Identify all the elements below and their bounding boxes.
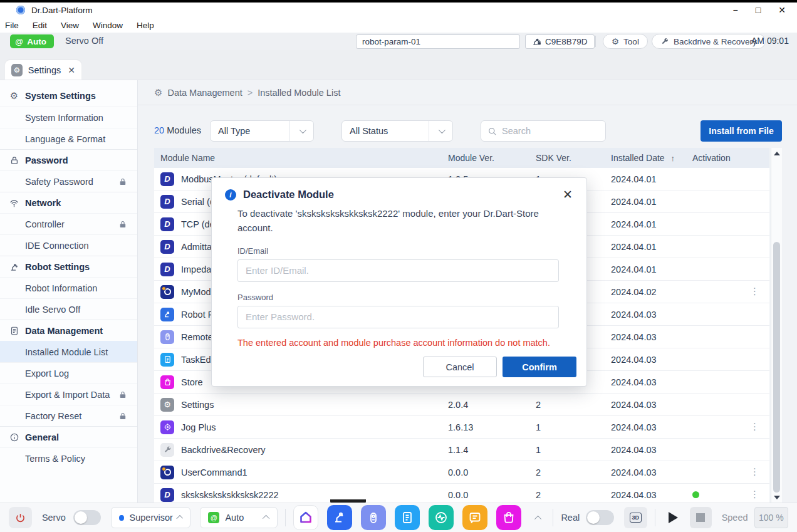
dock-divider — [553, 509, 553, 526]
servo-toggle[interactable] — [73, 510, 102, 525]
remote-app-icon[interactable] — [361, 505, 386, 530]
menubar-item-file[interactable]: File — [5, 21, 19, 30]
tab-strip: ⚙ Settings ✕ — [0, 50, 797, 80]
jog-app-icon[interactable] — [327, 505, 352, 530]
play-button[interactable] — [663, 507, 684, 528]
lock-icon — [118, 220, 127, 229]
module-row-jog-plus[interactable]: Jog Plus1.6.1312024.04.03⋮ — [154, 416, 769, 439]
installed-date-sort[interactable]: Installed Date↑ — [605, 153, 684, 163]
tool-button[interactable]: ⚙ Tool — [603, 34, 648, 49]
info-icon — [9, 432, 19, 442]
sidebar-item-export-log[interactable]: Export Log — [0, 362, 137, 383]
lock-icon — [118, 177, 127, 186]
sidebar-section-data-management[interactable]: Data Management — [0, 320, 137, 341]
module-row-usercommand1[interactable]: UserCommand10.0.022024.04.03⋮ — [154, 461, 769, 484]
sidebar-section-password[interactable]: Password — [0, 149, 137, 170]
cancel-button[interactable]: Cancel — [423, 357, 497, 377]
sidebar-item-controller[interactable]: Controller — [0, 213, 137, 234]
task-editor-app-icon[interactable] — [395, 505, 420, 530]
close-button[interactable]: ✕ — [778, 6, 786, 14]
dock-collapse-button[interactable] — [533, 512, 545, 523]
confirm-button[interactable]: Confirm — [503, 357, 576, 377]
power-button[interactable] — [9, 507, 32, 528]
sidebar-item-ide-connection[interactable]: IDE Connection — [0, 234, 137, 256]
module-row-backdrive-recovery[interactable]: Backdrive&Recovery1.1.412024.04.03 — [154, 439, 769, 461]
sidebar-section-robot-settings[interactable]: Robot Settings — [0, 256, 137, 277]
menubar-item-window[interactable]: Window — [93, 21, 123, 30]
id-email-input[interactable] — [237, 259, 559, 282]
scroll-down-arrow[interactable] — [774, 496, 780, 499]
speed-label: Speed — [722, 513, 748, 523]
log-app-icon[interactable] — [462, 505, 487, 530]
sidebar-item-system-information[interactable]: System Information — [0, 107, 137, 128]
real-toggle[interactable] — [586, 510, 614, 525]
sidebar-section-general[interactable]: General — [0, 426, 137, 447]
sidebar-item-robot-information[interactable]: Robot Information — [0, 277, 137, 298]
menubar-item-edit[interactable]: Edit — [33, 21, 47, 30]
settings-module-icon: ⚙ — [160, 398, 174, 412]
monitoring-app-icon[interactable] — [429, 505, 454, 530]
chevron-down-icon — [289, 121, 313, 141]
chevron-up-icon — [263, 515, 269, 522]
sidebar-item-export-import-data[interactable]: Export & Import Data — [0, 383, 137, 405]
device-id-button[interactable]: C9E8B79D — [525, 34, 595, 49]
maximize-button[interactable]: □ — [756, 6, 761, 14]
tab-close-icon[interactable]: ✕ — [68, 65, 75, 75]
auto-mode-badge[interactable]: @ Auto — [10, 34, 54, 48]
row-menu-button[interactable]: ⋮ — [750, 489, 759, 500]
search-box — [481, 120, 606, 142]
settings-sidebar: ⚙System SettingsSystem InformationLangua… — [0, 80, 138, 503]
jog-module-icon — [160, 420, 174, 434]
tab-settings[interactable]: ⚙ Settings ✕ — [5, 60, 81, 80]
sidebar-item-factory-reset[interactable]: Factory Reset — [0, 405, 137, 426]
user-module-icon — [160, 466, 174, 479]
sidebar-section-system-settings[interactable]: ⚙System Settings — [0, 85, 137, 107]
3d-view-button[interactable]: 3D — [624, 507, 647, 528]
backdrive-module-icon — [160, 443, 174, 457]
robot-param-input[interactable] — [356, 34, 520, 49]
row-menu-button[interactable]: ⋮ — [750, 466, 759, 477]
dialog-close-icon[interactable]: ✕ — [563, 189, 573, 201]
network-icon — [9, 197, 19, 208]
robot-module-icon — [160, 308, 174, 321]
document-icon — [9, 325, 19, 336]
minimize-button[interactable]: − — [733, 6, 738, 14]
app-window: Dr.Dart-Platform − □ ✕ FileEditViewWindo… — [0, 0, 797, 532]
sidebar-item-safety-password[interactable]: Safety Password — [0, 170, 137, 192]
dart-module-icon: D — [160, 195, 174, 209]
search-input[interactable] — [502, 126, 619, 136]
3d-icon: 3D — [630, 513, 642, 523]
store-app-icon[interactable] — [496, 505, 521, 530]
status-filter-select[interactable]: All Status — [341, 120, 453, 142]
row-menu-button[interactable]: ⋮ — [750, 421, 759, 432]
menubar-item-view[interactable]: View — [61, 21, 79, 30]
role-select[interactable]: Supervisor — [111, 507, 190, 528]
password-input[interactable] — [237, 306, 559, 328]
sidebar-section-network[interactable]: Network — [0, 192, 137, 213]
activation-indicator — [692, 491, 699, 498]
module-row-settings[interactable]: ⚙Settings2.0.422024.04.03 — [154, 394, 769, 416]
store-module-icon — [160, 375, 174, 389]
home-app-icon[interactable] — [293, 505, 318, 530]
menubar-item-help[interactable]: Help — [137, 21, 154, 30]
mode-select[interactable]: @ Auto — [200, 507, 278, 528]
sidebar-item-terms-policy[interactable]: Terms & Policy — [0, 447, 137, 469]
sidebar-item-language-format[interactable]: Language & Format — [0, 128, 137, 149]
module-row-skskskskskskksksk2222[interactable]: Dskskskskskskksksk22220.0.022024.04.03⋮ — [154, 484, 769, 503]
row-menu-button[interactable]: ⋮ — [750, 286, 759, 297]
type-filter-select[interactable]: All Type — [210, 120, 314, 142]
scroll-up-arrow[interactable] — [774, 152, 780, 155]
backdrive-recovery-button[interactable]: Backdrive & Recovery — [652, 34, 766, 49]
breadcrumb: ⚙ Data Management > Installed Module Lis… — [138, 80, 797, 105]
sidebar-item-installed-module-list[interactable]: Installed Module List — [0, 341, 137, 362]
sidebar-item-idle-servo-off[interactable]: Idle Servo Off — [0, 298, 137, 320]
robot-icon — [9, 261, 19, 272]
dialog-message: To deactivate 'skskskskskskksksk2222' mo… — [212, 201, 569, 236]
stop-button[interactable] — [690, 507, 712, 528]
table-scrollbar[interactable] — [771, 148, 782, 503]
real-label: Real — [561, 513, 580, 523]
top-toolbar: @ Auto Servo Off C9E8B79D ⚙ Tool Backdri… — [0, 33, 797, 50]
speed-value[interactable]: 100 % — [754, 507, 788, 528]
install-from-file-button[interactable]: Install from File — [701, 120, 782, 142]
scrollbar-thumb[interactable] — [773, 242, 780, 493]
